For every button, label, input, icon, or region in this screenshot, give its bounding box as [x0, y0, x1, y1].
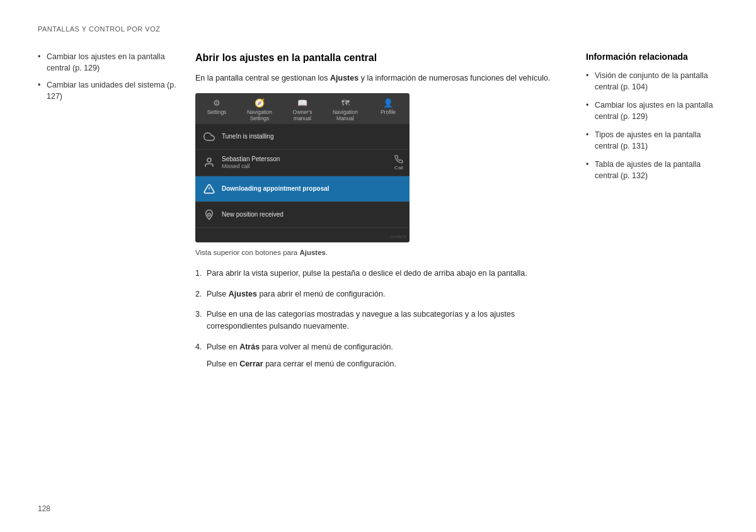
- left-list-item: Cambiar los ajustes en la pantalla centr…: [38, 52, 176, 74]
- left-list-item: Cambiar las unidades del sistema (p. 127…: [38, 80, 176, 102]
- step-3: Pulse en una de las categorías mostradas…: [195, 308, 567, 332]
- call-label: Call: [394, 165, 403, 171]
- profile-icon: 👤: [383, 98, 393, 108]
- section-title: Abrir los ajustes en la pantalla central: [195, 52, 567, 65]
- screen-wrapper: ⚙ Settings 🧭 NavigationSettings 📖 Owner'…: [195, 93, 567, 242]
- notification-tunein: TuneIn is installing: [195, 124, 410, 150]
- screen-id: G048679: [390, 235, 406, 239]
- warning-icon: [202, 181, 217, 196]
- screen-notifications: TuneIn is installing: [195, 124, 410, 228]
- left-list: Cambiar los ajustes en la pantalla centr…: [38, 52, 176, 102]
- profile-label: Profile: [381, 109, 396, 115]
- nav-manual-icon: 🗺: [341, 98, 350, 108]
- related-item-2: Cambiar los ajustes en la pantalla centr…: [586, 100, 718, 122]
- location-icon: [202, 207, 217, 222]
- notification-download: Downloading appointment proposal: [195, 176, 410, 202]
- car-screen-mockup: ⚙ Settings 🧭 NavigationSettings 📖 Owner'…: [195, 93, 410, 242]
- right-column: Información relacionada Visión de conjun…: [586, 52, 718, 189]
- tunein-text: TuneIn is installing: [222, 133, 403, 140]
- settings-icon: ⚙: [213, 98, 220, 108]
- sub-note: Pulse en Cerrar para cerrar el menú de c…: [207, 358, 567, 370]
- sebastian-subtitle: Missed call: [222, 163, 394, 169]
- nav-settings-icon: 🧭: [255, 98, 265, 108]
- screen-top-profile: 👤 Profile: [367, 98, 410, 122]
- position-text: New position received: [222, 211, 403, 218]
- screen-top-owners: 📖 Owner'smanual: [281, 98, 324, 122]
- screen-bottom: G048679: [195, 228, 410, 242]
- screen-top-bar: ⚙ Settings 🧭 NavigationSettings 📖 Owner'…: [195, 93, 410, 124]
- steps-list: Para abrir la vista superior, pulse la p…: [195, 268, 567, 370]
- left-column: Cambiar los ajustes en la pantalla centr…: [38, 52, 176, 108]
- sebastian-text: Sebastian Petersson Missed call: [222, 156, 394, 169]
- nav-manual-label: NavigationManual: [333, 109, 358, 122]
- screen-top-settings: ⚙ Settings: [195, 98, 238, 122]
- notification-position: New position received: [195, 202, 410, 228]
- notification-sebastian: Sebastian Petersson Missed call Call: [195, 150, 410, 176]
- download-text: Downloading appointment proposal: [222, 185, 403, 192]
- settings-label: Settings: [207, 109, 227, 115]
- related-item-4: Tabla de ajustes de la pantalla central …: [586, 159, 718, 181]
- screen-top-nav-manual: 🗺 NavigationManual: [324, 98, 367, 122]
- step-2: Pulse Ajustes para abrir el menú de conf…: [195, 288, 567, 300]
- related-item-3: Tipos de ajustes en la pantalla central …: [586, 130, 718, 152]
- related-info-title: Información relacionada: [586, 52, 718, 62]
- svg-point-3: [208, 213, 211, 217]
- related-item-1: Visión de conjunto de la pantalla centra…: [586, 71, 718, 93]
- download-title: Downloading appointment proposal: [222, 185, 403, 192]
- nav-settings-label: NavigationSettings: [247, 109, 272, 122]
- intro-paragraph: En la pantalla central se gestionan los …: [195, 72, 567, 84]
- tunein-title: TuneIn is installing: [222, 133, 403, 140]
- image-caption: Vista superior con botones para Ajustes.: [195, 249, 567, 256]
- page-number: 128: [38, 504, 50, 513]
- position-title: New position received: [222, 211, 403, 218]
- screen-top-nav-settings: 🧭 NavigationSettings: [238, 98, 281, 122]
- call-action: Call: [394, 155, 403, 171]
- step-4: Pulse en Atrás para volver al menú de co…: [195, 341, 567, 370]
- svg-point-0: [207, 159, 211, 162]
- breadcrumb: PANTALLAS Y CONTROL POR VOZ: [38, 25, 718, 33]
- related-list: Visión de conjunto de la pantalla centra…: [586, 71, 718, 181]
- step-1: Para abrir la vista superior, pulse la p…: [195, 268, 567, 280]
- center-column: Abrir los ajustes en la pantalla central…: [195, 52, 567, 378]
- owners-icon: 📖: [297, 98, 307, 108]
- sebastian-name: Sebastian Petersson: [222, 156, 394, 162]
- owners-label: Owner'smanual: [293, 109, 312, 122]
- person-icon: [202, 155, 217, 170]
- cloud-icon: [202, 129, 217, 144]
